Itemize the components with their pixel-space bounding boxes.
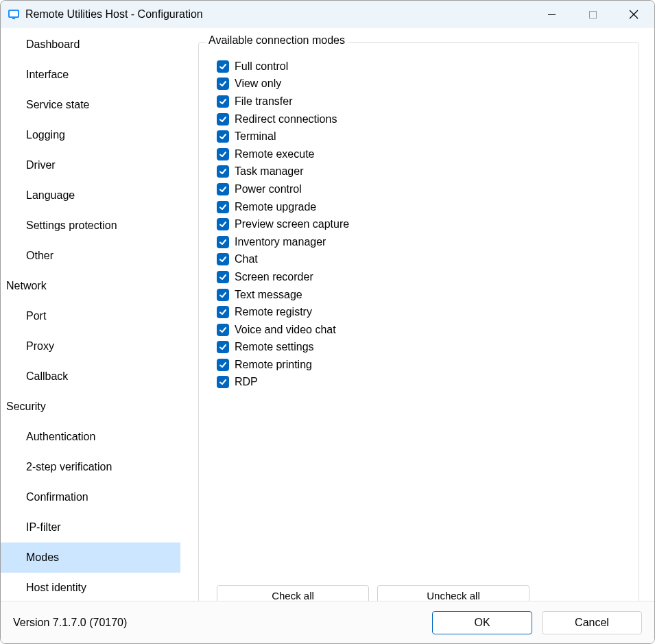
sidebar-item-authentication[interactable]: Authentication (1, 422, 180, 452)
mode-item-terminal[interactable]: Terminal (217, 128, 621, 145)
sidebar-item-modes[interactable]: Modes (1, 542, 180, 573)
sidebar-item-settings-protection[interactable]: Settings protection (1, 211, 180, 241)
mode-label: Screen recorder (235, 271, 313, 283)
checkbox[interactable] (217, 201, 229, 213)
sidebar-item-port[interactable]: Port (1, 301, 180, 331)
version-label: Version 7.1.7.0 (70170) (13, 617, 422, 629)
mode-item-remote-upgrade[interactable]: Remote upgrade (217, 198, 621, 216)
mode-label: Remote upgrade (235, 201, 316, 213)
check-all-button[interactable]: Check all (217, 585, 369, 601)
mode-label: Text message (235, 289, 302, 301)
sidebar-item-2-step-verification[interactable]: 2-step verification (1, 452, 180, 482)
checkbox[interactable] (217, 253, 229, 265)
sidebar-item-label: 2-step verification (26, 461, 112, 473)
uncheck-all-button[interactable]: Uncheck all (377, 585, 529, 601)
checkbox[interactable] (217, 289, 229, 301)
mode-label: View only (235, 77, 281, 90)
mode-label: Inventory manager (235, 236, 326, 248)
checkbox[interactable] (217, 236, 229, 248)
mode-item-chat[interactable]: Chat (217, 251, 621, 269)
minimize-button[interactable] (531, 1, 572, 28)
mode-label: Remote printing (235, 359, 312, 371)
sidebar: DashboardInterfaceService stateLoggingDr… (1, 28, 180, 601)
mode-label: RDP (235, 376, 258, 388)
checkbox[interactable] (217, 183, 229, 195)
mode-item-screen-recorder[interactable]: Screen recorder (217, 268, 621, 286)
sidebar-item-security[interactable]: Security (1, 392, 180, 422)
sidebar-item-label: Interface (26, 69, 69, 81)
check-buttons-row: Check all Uncheck all (217, 585, 621, 601)
sidebar-item-label: Other (26, 250, 53, 262)
sidebar-item-other[interactable]: Other (1, 241, 180, 271)
sidebar-item-label: Service state (26, 99, 89, 111)
mode-label: Redirect connections (235, 113, 337, 126)
mode-item-power-control[interactable]: Power control (217, 180, 621, 198)
checkbox[interactable] (217, 324, 229, 336)
sidebar-item-label: Language (26, 189, 75, 202)
mode-label: Remote execute (235, 148, 315, 160)
sidebar-item-logging[interactable]: Logging (1, 120, 180, 150)
mode-item-inventory-manager[interactable]: Inventory manager (217, 233, 621, 251)
mode-item-remote-execute[interactable]: Remote execute (217, 145, 621, 163)
mode-label: Task manager (235, 165, 304, 178)
checkbox[interactable] (217, 113, 229, 126)
checkbox[interactable] (217, 376, 229, 388)
close-button[interactable] (613, 1, 654, 28)
mode-item-rdp[interactable]: RDP (217, 374, 621, 392)
mode-item-remote-registry[interactable]: Remote registry (217, 303, 621, 321)
mode-item-redirect-connections[interactable]: Redirect connections (217, 110, 621, 128)
mode-label: Chat (235, 253, 258, 265)
mode-item-remote-settings[interactable]: Remote settings (217, 339, 621, 357)
sidebar-item-network[interactable]: Network (1, 271, 180, 301)
mode-label: Full control (235, 60, 288, 73)
checkbox[interactable] (217, 130, 229, 143)
sidebar-item-host-identity[interactable]: Host identity (1, 573, 180, 601)
mode-item-view-only[interactable]: View only (217, 75, 621, 93)
checkbox[interactable] (217, 218, 229, 230)
sidebar-item-callback[interactable]: Callback (1, 361, 180, 392)
mode-item-text-message[interactable]: Text message (217, 286, 621, 304)
sidebar-item-label: Dashboard (26, 38, 80, 51)
sidebar-item-service-state[interactable]: Service state (1, 90, 180, 120)
mode-item-voice-and-video-chat[interactable]: Voice and video chat (217, 321, 621, 339)
cancel-button[interactable]: Cancel (542, 611, 642, 634)
mode-item-preview-screen-capture[interactable]: Preview screen capture (217, 215, 621, 233)
sidebar-item-dashboard[interactable]: Dashboard (1, 29, 180, 60)
svg-rect-1 (10, 11, 18, 16)
sidebar-item-proxy[interactable]: Proxy (1, 331, 180, 361)
sidebar-item-label: Confirmation (26, 491, 88, 503)
sidebar-item-interface[interactable]: Interface (1, 60, 180, 90)
sidebar-item-label: Driver (26, 159, 56, 171)
app-window: Remote Utilities Host - Configuration Da… (0, 0, 655, 644)
checkbox[interactable] (217, 77, 229, 90)
checkbox[interactable] (217, 60, 229, 73)
mode-label: File transfer (235, 95, 292, 108)
sidebar-item-label: Callback (26, 370, 68, 383)
groupbox-title: Available connection modes (206, 34, 348, 47)
checkbox[interactable] (217, 306, 229, 318)
sidebar-item-driver[interactable]: Driver (1, 150, 180, 180)
sidebar-item-ip-filter[interactable]: IP-filter (1, 512, 180, 542)
checkbox[interactable] (217, 95, 229, 108)
checkbox[interactable] (217, 271, 229, 283)
sidebar-item-label: Logging (26, 129, 65, 141)
app-icon (8, 8, 20, 21)
titlebar: Remote Utilities Host - Configuration (1, 1, 654, 28)
sidebar-item-language[interactable]: Language (1, 180, 180, 211)
checkbox[interactable] (217, 341, 229, 353)
sidebar-item-confirmation[interactable]: Confirmation (1, 482, 180, 512)
mode-item-file-transfer[interactable]: File transfer (217, 93, 621, 110)
checkbox[interactable] (217, 359, 229, 371)
checkbox[interactable] (217, 165, 229, 178)
window-title: Remote Utilities Host - Configuration (25, 8, 531, 21)
footer: Version 7.1.7.0 (70170) OK Cancel (1, 601, 654, 643)
svg-rect-2 (12, 18, 15, 19)
sidebar-item-label: Network (6, 280, 47, 292)
mode-item-full-control[interactable]: Full control (217, 58, 621, 75)
mode-item-remote-printing[interactable]: Remote printing (217, 356, 621, 374)
ok-button[interactable]: OK (432, 611, 532, 634)
mode-label: Remote settings (235, 341, 314, 353)
maximize-button (572, 1, 613, 28)
mode-item-task-manager[interactable]: Task manager (217, 163, 621, 181)
checkbox[interactable] (217, 148, 229, 160)
